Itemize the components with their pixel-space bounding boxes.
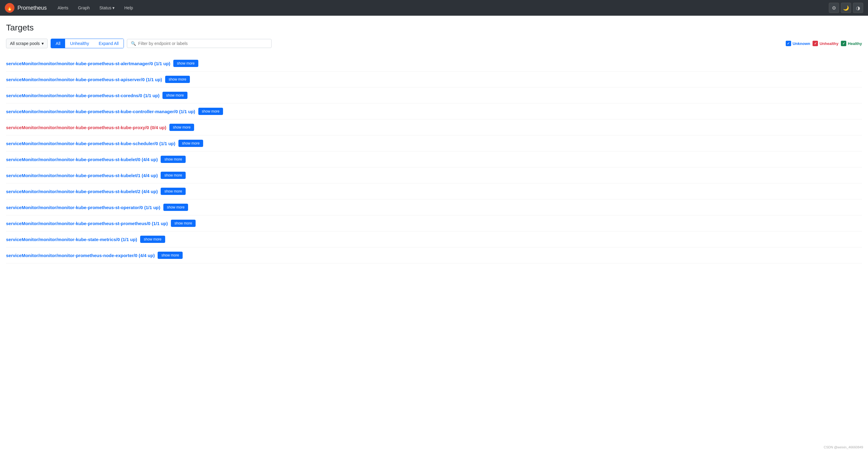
target-link[interactable]: serviceMonitor/monitor/monitor-kube-prom… xyxy=(6,77,162,82)
target-item: serviceMonitor/monitor/monitor-kube-prom… xyxy=(6,87,862,104)
show-more-button[interactable]: show more xyxy=(158,252,183,259)
show-more-button[interactable]: show more xyxy=(179,140,204,147)
filter-all-button[interactable]: All xyxy=(51,39,65,48)
show-more-button[interactable]: show more xyxy=(163,204,188,211)
target-item: serviceMonitor/monitor/monitor-kube-prom… xyxy=(6,199,862,216)
show-more-button[interactable]: show more xyxy=(161,172,186,179)
target-item: serviceMonitor/monitor/monitor-prometheu… xyxy=(6,248,862,263)
dark-mode-button[interactable]: 🌙 xyxy=(841,3,851,13)
contrast-button[interactable]: ◑ xyxy=(853,3,863,13)
navbar: 🔥 Prometheus Alerts Graph Status ▾ Help … xyxy=(0,0,868,16)
show-more-button[interactable]: show more xyxy=(173,60,198,67)
show-more-button[interactable]: show more xyxy=(169,124,194,131)
target-link[interactable]: serviceMonitor/monitor/monitor-kube-prom… xyxy=(6,93,159,98)
scrape-pool-dropdown[interactable]: All scrape pools ▾ xyxy=(6,38,48,48)
filter-button-group: All Unhealthy Expand All xyxy=(51,38,124,48)
target-item: serviceMonitor/monitor/monitor-kube-stat… xyxy=(6,231,862,248)
target-list: serviceMonitor/monitor/monitor-kube-prom… xyxy=(6,56,862,263)
unknown-label: Unknown xyxy=(793,41,810,46)
target-link[interactable]: serviceMonitor/monitor/monitor-kube-prom… xyxy=(6,109,195,114)
search-box: 🔍 xyxy=(127,39,272,48)
target-link[interactable]: serviceMonitor/monitor/monitor-kube-prom… xyxy=(6,189,158,194)
dropdown-chevron-icon: ▾ xyxy=(113,5,115,10)
show-more-button[interactable]: show more xyxy=(171,220,196,227)
show-more-button[interactable]: show more xyxy=(198,108,223,115)
show-more-button[interactable]: show more xyxy=(161,156,186,163)
nav-status[interactable]: Status ▾ xyxy=(96,3,119,13)
target-link[interactable]: serviceMonitor/monitor/monitor-prometheu… xyxy=(6,253,155,258)
target-item: serviceMonitor/monitor/monitor-kube-prom… xyxy=(6,167,862,183)
target-item: serviceMonitor/monitor/monitor-kube-prom… xyxy=(6,56,862,72)
target-link[interactable]: serviceMonitor/monitor/monitor-kube-stat… xyxy=(6,237,137,242)
target-link[interactable]: serviceMonitor/monitor/monitor-kube-prom… xyxy=(6,61,170,66)
target-item: serviceMonitor/monitor/monitor-kube-prom… xyxy=(6,104,862,119)
toolbar: All scrape pools ▾ All Unhealthy Expand … xyxy=(6,38,862,48)
navbar-right: ⚙ 🌙 ◑ xyxy=(829,3,863,13)
nav-graph[interactable]: Graph xyxy=(74,3,93,13)
main-content: Targets All scrape pools ▾ All Unhealthy… xyxy=(0,16,868,271)
scrape-pool-label: All scrape pools xyxy=(10,41,40,46)
show-more-button[interactable]: show more xyxy=(165,76,190,83)
target-item: serviceMonitor/monitor/monitor-kube-prom… xyxy=(6,151,862,167)
filter-unhealthy-button[interactable]: Unhealthy xyxy=(65,39,94,48)
target-link[interactable]: serviceMonitor/monitor/monitor-kube-prom… xyxy=(6,141,176,146)
target-item: serviceMonitor/monitor/monitor-kube-prom… xyxy=(6,136,862,151)
prometheus-logo: 🔥 xyxy=(5,3,14,13)
target-link[interactable]: serviceMonitor/monitor/monitor-kube-prom… xyxy=(6,157,158,162)
healthy-checkbox[interactable]: ✓ xyxy=(841,41,846,46)
show-more-button[interactable]: show more xyxy=(140,236,165,243)
target-item: serviceMonitor/monitor/monitor-kube-prom… xyxy=(6,183,862,199)
unknown-status-badge[interactable]: ✓ Unknown xyxy=(786,41,810,46)
healthy-label: Healthy xyxy=(848,41,862,46)
target-link[interactable]: serviceMonitor/monitor/monitor-kube-prom… xyxy=(6,205,160,210)
settings-button[interactable]: ⚙ xyxy=(829,3,839,13)
scrape-pool-chevron-icon: ▾ xyxy=(41,41,44,46)
show-more-button[interactable]: show more xyxy=(162,92,187,99)
target-item: serviceMonitor/monitor/monitor-kube-prom… xyxy=(6,216,862,231)
target-link[interactable]: serviceMonitor/monitor/monitor-kube-prom… xyxy=(6,125,166,130)
unhealthy-checkbox[interactable]: ✓ xyxy=(812,41,818,46)
nav-alerts[interactable]: Alerts xyxy=(54,3,72,13)
unhealthy-label: Unhealthy xyxy=(819,41,838,46)
search-icon: 🔍 xyxy=(131,41,136,46)
target-link[interactable]: serviceMonitor/monitor/monitor-kube-prom… xyxy=(6,173,158,178)
filter-expand-all-button[interactable]: Expand All xyxy=(94,39,123,48)
target-item: serviceMonitor/monitor/monitor-kube-prom… xyxy=(6,72,862,87)
page-title: Targets xyxy=(6,23,862,33)
unknown-checkbox[interactable]: ✓ xyxy=(786,41,791,46)
status-filters: ✓ Unknown ✓ Unhealthy ✓ Healthy xyxy=(786,41,862,46)
healthy-status-badge[interactable]: ✓ Healthy xyxy=(841,41,862,46)
brand-link[interactable]: 🔥 Prometheus xyxy=(5,3,47,13)
show-more-button[interactable]: show more xyxy=(161,188,186,195)
brand-title: Prometheus xyxy=(18,5,47,11)
unhealthy-status-badge[interactable]: ✓ Unhealthy xyxy=(812,41,838,46)
nav-help[interactable]: Help xyxy=(121,3,136,13)
search-input[interactable] xyxy=(138,41,268,46)
target-link[interactable]: serviceMonitor/monitor/monitor-kube-prom… xyxy=(6,221,168,226)
target-item: serviceMonitor/monitor/monitor-kube-prom… xyxy=(6,119,862,136)
